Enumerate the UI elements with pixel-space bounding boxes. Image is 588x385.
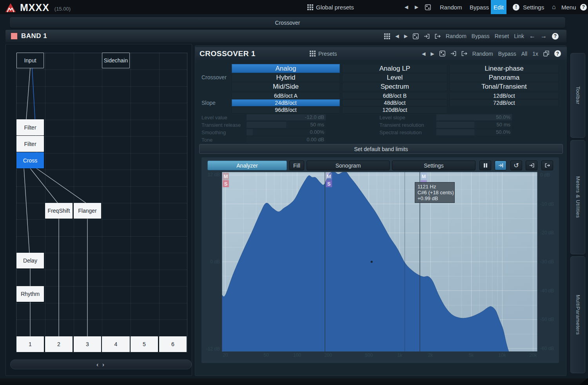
node-rhythm[interactable]: Rhythm [16,286,44,302]
dice-icon[interactable] [413,33,419,39]
home-button[interactable]: ⌂ [552,0,556,14]
side-tab-meters-utilities[interactable]: Meters & Utilities [570,140,585,254]
band-color-swatch[interactable] [11,33,18,40]
param-slider[interactable]: 50.0% [436,114,512,120]
mute-badge-band-2[interactable]: M [326,173,332,180]
node-filter[interactable]: Filter [16,119,44,135]
band-reset-button[interactable]: Reset [495,33,509,39]
help-icon: ? [580,4,587,11]
param-value: 50.0% [496,114,510,120]
set-default-band-limits-button[interactable]: Set default band limits [199,144,563,154]
node-3[interactable]: 3 [74,336,101,352]
menu-button[interactable]: Menu [561,0,576,14]
param-slider[interactable]: 0.00 dB [247,137,326,143]
solo-badge-band-2[interactable]: S [326,180,332,187]
crossover-type-option[interactable]: Tonal/Transient [450,82,559,91]
mute-badge-band-3[interactable]: M [421,173,427,180]
crossover-type-option[interactable]: Mid/Side [232,82,340,91]
node-input[interactable]: Input [16,53,44,68]
node-4[interactable]: 4 [102,336,130,352]
param-label: Smoothing [201,129,226,136]
graph-horizontal-scrollbar[interactable]: ‹ › [10,359,192,369]
param-value: 50.0% [496,129,510,135]
slope-option[interactable]: 72dB/oct [450,99,559,106]
node-1[interactable]: 1 [16,336,44,352]
param-slider-fill [436,129,474,135]
param-value: 50 ms [310,122,324,128]
routing-nodes: InputSidechainFilterFilterCrossFreqShift… [6,44,192,358]
crossover-type-option[interactable]: Hybrid [232,73,340,82]
mute-badge-band-1[interactable]: M [223,173,229,180]
band-link-button[interactable]: Link [514,33,524,39]
scroll-arrows-icon: ‹ › [96,361,105,368]
band-header: BAND 1 ◀ ▶ Random Bypass Reset Link ← → … [5,30,566,42]
param-slider[interactable]: 0.00% [247,129,326,135]
home-icon: ⌂ [552,4,556,11]
random-button[interactable]: Random [440,0,462,14]
slope-option[interactable]: 6dB/oct A [232,92,340,99]
side-tab-toolbar[interactable]: Toolbar [570,53,585,138]
global-presets-button[interactable]: Global presets [307,0,354,14]
tooltip-note: C#6 (+18 cents) [417,190,452,195]
band-random-button[interactable]: Random [446,33,466,39]
tooltip-level: +0.99 dB [417,195,452,201]
prev-preset-button[interactable]: ◀ [405,0,408,14]
crossover-type-option[interactable]: Level [342,73,447,82]
node-flanger[interactable]: Flanger [74,203,101,219]
node-cross[interactable]: Cross [16,152,44,168]
slope-option[interactable]: 6dB/oct B [342,92,447,99]
node-delay[interactable]: Delay [16,253,44,268]
next-icon: ▶ [415,4,418,10]
param-label: Tone [201,137,212,143]
node-6[interactable]: 6 [159,336,187,352]
prev-icon[interactable]: ◀ [395,33,399,39]
tooltip-frequency: 1121 Hz [417,184,452,190]
back-icon[interactable]: ← [529,33,535,40]
crossover-panel: CROSSOVER 1 Presets ◀ ▶ Random Bypass Al… [195,46,566,376]
bypass-button[interactable]: Bypass [470,0,489,14]
crossover-type-option[interactable]: Spectrum [342,82,447,91]
band-help-icon[interactable]: ? [552,33,559,40]
band-bypass-button[interactable]: Bypass [472,33,490,39]
param-slider[interactable]: -12.0 dB [247,114,326,120]
settings-button[interactable]: Settings [523,0,544,14]
param-slider[interactable]: 50 ms [247,122,326,128]
slope-option[interactable]: 24dB/oct [232,99,340,106]
next-preset-button[interactable]: ▶ [415,0,418,14]
param-value: 50 ms [497,122,510,128]
slope-option[interactable]: 48dB/oct [342,99,447,106]
random-seed-button[interactable] [425,0,431,14]
param-value: 0.00 dB [307,137,324,143]
crossover-type-option[interactable]: Panorama [450,73,559,82]
help-button[interactable]: ? [580,0,587,14]
side-tab-multiparameters[interactable]: MultiParameters [570,256,585,373]
param-slider[interactable]: 50.0% [436,129,512,135]
analyzer-panel: AnalyzerFillSonogramSettings ↺ 12 dB0 dB… [201,157,559,363]
import-icon[interactable] [424,33,430,39]
solo-badge-band-1[interactable]: S [223,180,229,187]
param-slider[interactable]: 50 ms [436,122,512,128]
crossover-type-option[interactable]: Analog [232,64,340,73]
crossover-type-option[interactable]: Linear-phase [450,64,559,73]
crossover-module-tab[interactable]: Crossover [10,17,565,28]
node-2[interactable]: 2 [45,336,73,352]
crossover-type-option[interactable]: Analog LP [342,64,447,73]
param-label: Spectral resolution [379,129,422,136]
grid-icon[interactable] [384,33,390,39]
edit-button[interactable]: Edit [491,0,506,14]
node-5[interactable]: 5 [131,336,158,352]
forward-icon[interactable]: → [541,33,547,40]
node-filter[interactable]: Filter [16,136,44,152]
param-label: Transient release [201,122,241,128]
param-value: 0.00% [310,129,324,135]
next-icon[interactable]: ▶ [404,33,408,39]
band-toolbar: ◀ ▶ Random Bypass Reset Link ← → ? [384,30,559,42]
param-slider-fill [247,122,286,128]
slope-option[interactable]: 12dB/oct [450,92,559,99]
resize-grip[interactable] [579,378,588,385]
node-freqshift[interactable]: FreqShift [45,203,73,219]
export-icon[interactable] [435,33,441,39]
node-sidechain[interactable]: Sidechain [102,53,130,68]
band-mute-solo-badges: MSMSMS [201,157,559,363]
alert-button[interactable]: ! [513,0,519,14]
